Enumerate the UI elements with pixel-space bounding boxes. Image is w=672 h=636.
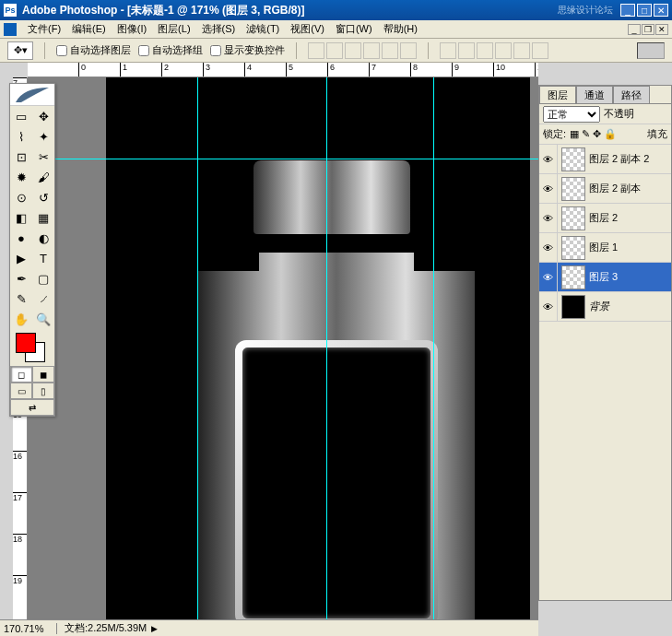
hand-tool-icon[interactable]: ✋: [10, 309, 32, 329]
visibility-eye-icon[interactable]: 👁: [539, 204, 558, 232]
layer-thumbnail[interactable]: [561, 206, 585, 230]
layer-row[interactable]: 👁图层 2 副本: [539, 174, 671, 204]
menu-file[interactable]: 文件(F): [22, 20, 66, 38]
menu-filter[interactable]: 滤镜(T): [241, 20, 285, 38]
guide-horizontal[interactable]: [28, 159, 538, 159]
lock-all-icon[interactable]: 🔒: [604, 128, 617, 140]
show-transform-checkbox[interactable]: 显示变换控件: [210, 43, 285, 57]
screen-mode-1-icon[interactable]: ▭: [10, 383, 32, 399]
jump-to-imageready-icon[interactable]: ⇄: [10, 399, 54, 416]
crop-tool-icon[interactable]: ⊡: [10, 147, 32, 167]
wand-tool-icon[interactable]: ✦: [32, 126, 54, 147]
layer-name-label[interactable]: 图层 2 副本: [589, 182, 641, 195]
align-right-icon[interactable]: [400, 42, 417, 59]
move-tool-icon[interactable]: ✥: [32, 106, 54, 126]
pen-tool-icon[interactable]: ✒: [10, 268, 32, 289]
close-button[interactable]: ✕: [654, 4, 668, 17]
lock-position-icon[interactable]: ✥: [593, 128, 601, 140]
align-vcenter-icon[interactable]: [326, 42, 343, 59]
align-top-icon[interactable]: [308, 42, 324, 59]
layer-name-label[interactable]: 图层 2 副本 2: [589, 152, 649, 166]
visibility-eye-icon[interactable]: 👁: [539, 292, 558, 321]
layer-row[interactable]: 👁图层 2: [539, 204, 671, 233]
toolbox-header[interactable]: [10, 84, 54, 106]
canvas-area[interactable]: [28, 77, 538, 619]
distribute-6-icon[interactable]: [532, 42, 548, 59]
stamp-tool-icon[interactable]: ⊙: [10, 187, 32, 207]
layer-thumbnail[interactable]: [561, 177, 585, 201]
distribute-4-icon[interactable]: [495, 42, 512, 59]
tab-paths[interactable]: 路径: [613, 86, 650, 103]
slice-tool-icon[interactable]: ✂: [32, 147, 54, 167]
type-tool-icon[interactable]: T: [32, 248, 54, 268]
align-bottom-icon[interactable]: [345, 42, 361, 59]
doc-size-label[interactable]: 文档:2.25M/5.39M ▶: [57, 621, 165, 635]
tab-layers[interactable]: 图层: [539, 86, 576, 103]
menu-select[interactable]: 选择(S): [196, 20, 242, 38]
foreground-color-swatch[interactable]: [16, 333, 36, 353]
align-hcenter-icon[interactable]: [382, 42, 398, 59]
minimize-button[interactable]: _: [620, 4, 635, 17]
quickmask-mode-icon[interactable]: ◼: [32, 366, 54, 383]
tab-channels[interactable]: 通道: [576, 86, 613, 103]
doc-minimize-button[interactable]: _: [628, 24, 641, 35]
menu-image[interactable]: 图像(I): [112, 20, 152, 38]
eraser-tool-icon[interactable]: ◧: [10, 207, 32, 228]
doc-close-button[interactable]: ✕: [655, 24, 668, 35]
palette-well[interactable]: [637, 42, 665, 59]
menu-help[interactable]: 帮助(H): [378, 20, 423, 38]
standard-mode-icon[interactable]: ◻: [10, 366, 32, 383]
visibility-eye-icon[interactable]: 👁: [539, 145, 558, 173]
visibility-eye-icon[interactable]: 👁: [539, 174, 558, 203]
menu-layer[interactable]: 图层(L): [152, 20, 195, 38]
horizontal-ruler[interactable]: 0 1 2 3 4 5 6 7 8 9 10 11: [28, 63, 538, 77]
eyedropper-tool-icon[interactable]: ⟋: [32, 289, 54, 309]
layer-row[interactable]: 👁背景: [539, 292, 671, 322]
distribute-1-icon[interactable]: [440, 42, 456, 59]
brush-tool-icon[interactable]: 🖌: [32, 167, 54, 187]
maximize-button[interactable]: □: [637, 4, 652, 17]
path-select-tool-icon[interactable]: ▶: [10, 248, 32, 268]
menu-edit[interactable]: 编辑(E): [66, 20, 112, 38]
distribute-5-icon[interactable]: [513, 42, 530, 59]
visibility-eye-icon[interactable]: 👁: [539, 233, 558, 262]
layer-name-label[interactable]: 背景: [589, 300, 609, 313]
blur-tool-icon[interactable]: ●: [10, 228, 32, 248]
color-picker[interactable]: [10, 329, 54, 366]
ruler-tick: 5: [286, 63, 293, 77]
doc-restore-button[interactable]: ❐: [642, 24, 654, 35]
visibility-eye-icon[interactable]: 👁: [539, 263, 558, 291]
menu-window[interactable]: 窗口(W): [330, 20, 378, 38]
lock-pixels-icon[interactable]: ✎: [582, 128, 590, 140]
auto-select-layer-checkbox[interactable]: 自动选择图层: [56, 43, 131, 57]
layer-thumbnail[interactable]: [561, 295, 585, 319]
layer-thumbnail[interactable]: [561, 236, 585, 260]
history-brush-tool-icon[interactable]: ↺: [32, 187, 54, 207]
layer-name-label[interactable]: 图层 2: [589, 211, 618, 225]
align-left-icon[interactable]: [363, 42, 380, 59]
shape-tool-icon[interactable]: ▢: [32, 268, 54, 289]
distribute-2-icon[interactable]: [458, 42, 475, 59]
menu-view[interactable]: 视图(V): [285, 20, 330, 38]
notes-tool-icon[interactable]: ✎: [10, 289, 32, 309]
gradient-tool-icon[interactable]: ▦: [32, 207, 54, 228]
marquee-tool-icon[interactable]: ▭: [10, 106, 32, 126]
screen-mode-2-icon[interactable]: ▯: [32, 383, 54, 399]
tool-preset-picker[interactable]: ✥▾: [7, 41, 33, 60]
layer-thumbnail[interactable]: [561, 265, 585, 289]
dodge-tool-icon[interactable]: ◐: [32, 228, 54, 248]
layer-thumbnail[interactable]: [561, 147, 585, 171]
lock-transparency-icon[interactable]: ▦: [570, 128, 579, 140]
blend-mode-select[interactable]: 正常: [543, 106, 600, 123]
layer-name-label[interactable]: 图层 3: [589, 270, 618, 284]
lasso-tool-icon[interactable]: ⌇: [10, 126, 32, 147]
heal-tool-icon[interactable]: ✹: [10, 167, 32, 187]
distribute-3-icon[interactable]: [477, 42, 493, 59]
auto-select-group-checkbox[interactable]: 自动选择组: [138, 43, 203, 57]
zoom-field[interactable]: 170.71%: [0, 623, 57, 634]
layer-row[interactable]: 👁图层 2 副本 2: [539, 145, 671, 174]
zoom-tool-icon[interactable]: 🔍: [32, 309, 54, 329]
layer-row[interactable]: 👁图层 1: [539, 233, 671, 263]
layer-name-label[interactable]: 图层 1: [589, 241, 618, 254]
layer-row[interactable]: 👁图层 3: [539, 263, 671, 292]
